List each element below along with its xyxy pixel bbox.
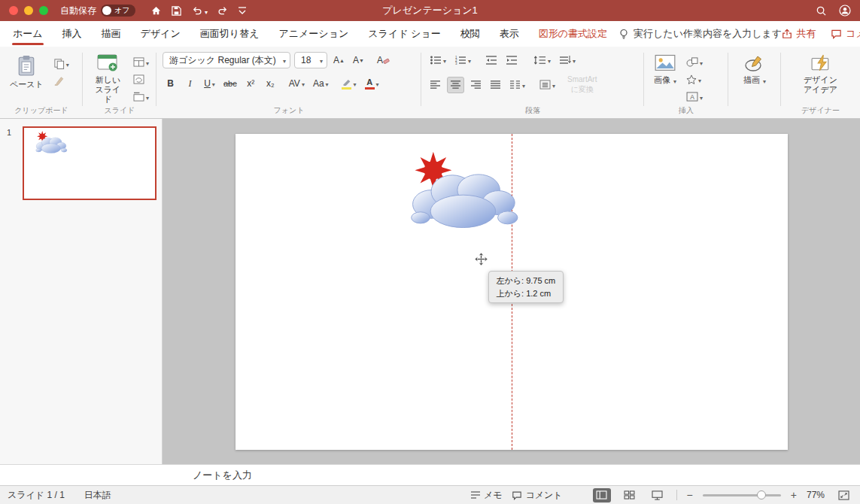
superscript-button[interactable]: x² (243, 75, 259, 92)
zoom-window-button[interactable] (39, 6, 48, 15)
new-slide-button[interactable]: 新しい スライド (89, 52, 127, 108)
align-center-icon (450, 80, 461, 90)
chevron-down-icon (283, 55, 286, 65)
strikethrough-button[interactable]: abc (221, 75, 239, 92)
tell-me-search[interactable]: 実行したい作業内容を入力します (618, 27, 782, 41)
chevron-down-icon (700, 91, 703, 102)
align-text-button[interactable] (537, 77, 558, 93)
zoom-in-button[interactable]: + (791, 490, 797, 500)
bullets-button[interactable] (427, 52, 448, 68)
tab-home[interactable]: ホーム (12, 21, 44, 47)
character-spacing-button[interactable]: AV (287, 75, 307, 92)
chevron-down-icon (320, 55, 323, 65)
normal-view-button[interactable] (593, 488, 611, 502)
slideshow-view-button[interactable] (649, 488, 667, 502)
tab-shape-format[interactable]: 図形の書式設定 (538, 21, 608, 47)
tab-slideshow[interactable]: スライド ショー (367, 21, 441, 47)
clear-formatting-button[interactable]: A (375, 52, 392, 68)
fit-slide-icon (838, 490, 849, 500)
font-size-select[interactable]: 18 (294, 52, 327, 68)
convert-smartart-button[interactable]: SmartArt に変換 (567, 75, 597, 94)
picture-button[interactable]: 画像 (650, 52, 680, 87)
numbering-button[interactable]: 123 (452, 52, 473, 68)
slide-layout-button[interactable] (132, 55, 150, 68)
window-title: プレゼンテーション1 (382, 4, 478, 17)
account-icon[interactable] (839, 5, 851, 17)
italic-button[interactable]: I (182, 75, 198, 92)
notes-toggle-button[interactable]: メモ (470, 489, 503, 502)
group-label-designer: デザイナー (781, 105, 860, 116)
reset-slide-button[interactable] (132, 72, 150, 86)
fit-slide-button[interactable] (834, 488, 852, 502)
comment-icon (831, 29, 842, 39)
redo-icon[interactable] (217, 5, 229, 17)
line-spacing-button[interactable] (531, 52, 553, 68)
draw-button[interactable]: 描画 (740, 52, 770, 87)
tab-review[interactable]: 校閲 (460, 21, 481, 47)
tab-design[interactable]: デザイン (140, 21, 181, 47)
svg-text:3: 3 (455, 62, 457, 65)
font-name-select[interactable]: 游ゴシック Regular (本文) (163, 52, 290, 68)
home-icon[interactable] (150, 5, 162, 17)
tab-animations[interactable]: アニメーション (278, 21, 349, 47)
slide-sorter-view-button[interactable] (621, 488, 639, 502)
slide-thumbnail[interactable] (23, 126, 157, 200)
align-left-button[interactable] (427, 77, 443, 93)
cloud-clipart[interactable] (392, 149, 520, 234)
search-icon[interactable] (816, 5, 827, 17)
chevron-down-icon (673, 76, 676, 85)
chevron-down-icon (700, 56, 703, 68)
design-ideas-button[interactable]: デザイン アイデア (800, 52, 841, 97)
tab-view[interactable]: 表示 (499, 21, 520, 47)
icons-button[interactable] (685, 72, 704, 86)
increase-indent-button[interactable] (503, 52, 520, 68)
copy-button[interactable] (52, 56, 71, 70)
comments-button[interactable]: コメント (831, 27, 860, 41)
paste-button[interactable]: ペースト (6, 52, 47, 92)
save-icon[interactable] (171, 5, 182, 17)
eraser-icon (383, 57, 390, 64)
chevron-down-icon (443, 55, 446, 65)
text-highlight-button[interactable] (339, 75, 359, 92)
text-direction-button[interactable] (557, 52, 578, 68)
change-case-button[interactable]: Aa (311, 75, 331, 92)
grow-font-button[interactable]: A▲ (331, 52, 347, 68)
underline-button[interactable]: U (202, 75, 217, 92)
subscript-button[interactable]: x₂ (263, 75, 278, 92)
zoom-level[interactable]: 77% (807, 490, 825, 500)
bullet-list-icon (430, 55, 442, 65)
columns-button[interactable] (507, 77, 527, 93)
tab-transitions[interactable]: 画面切り替え (199, 21, 260, 47)
slide-counter[interactable]: スライド 1 / 1 (8, 489, 65, 502)
line-spacing-icon (533, 55, 546, 65)
bold-button[interactable]: B (163, 75, 178, 92)
text-box-icon: A (686, 92, 698, 102)
tab-draw[interactable]: 描画 (101, 21, 122, 47)
close-window-button[interactable] (9, 6, 18, 15)
autosave-toggle[interactable]: オフ (101, 5, 135, 17)
language-indicator[interactable]: 日本語 (84, 489, 111, 502)
minimize-window-button[interactable] (24, 6, 33, 15)
shapes-button[interactable] (685, 55, 704, 68)
text-box-button[interactable]: A (685, 90, 704, 103)
undo-icon[interactable] (191, 5, 208, 17)
format-painter-button[interactable] (52, 74, 71, 87)
justify-button[interactable] (488, 77, 503, 93)
tab-insert[interactable]: 挿入 (62, 21, 83, 47)
zoom-out-button[interactable]: − (687, 490, 693, 500)
align-center-button[interactable] (447, 77, 464, 93)
align-right-button[interactable] (468, 77, 484, 93)
notes-pane[interactable]: ノートを入力 (0, 464, 860, 485)
section-button[interactable] (132, 90, 150, 103)
font-color-button[interactable]: A (363, 75, 381, 92)
shrink-font-button[interactable]: A▼ (351, 52, 366, 68)
decrease-indent-button[interactable] (483, 52, 500, 68)
zoom-slider-knob[interactable] (757, 490, 766, 499)
zoom-slider[interactable] (703, 494, 781, 496)
align-left-icon (430, 80, 441, 90)
comments-toggle-button[interactable]: コメント (512, 489, 562, 502)
customize-toolbar-icon[interactable] (238, 5, 247, 16)
chevron-down-icon (573, 55, 576, 65)
share-button[interactable]: 共有 (782, 27, 816, 41)
slide-canvas[interactable]: 左から: 9.75 cm 上から: 1.2 cm (236, 134, 788, 450)
